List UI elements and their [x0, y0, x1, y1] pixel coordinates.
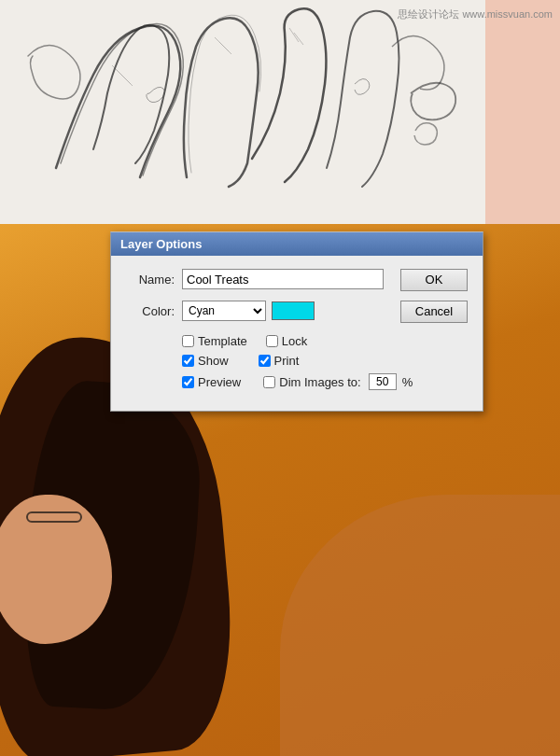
print-checkbox-item: Print	[259, 354, 300, 368]
name-label: Name:	[126, 273, 175, 287]
color-select[interactable]: Cyan None Red Orange Yellow Green Blue V…	[182, 301, 266, 321]
dialog-overlay: Layer Options Name: OK Color:	[0, 0, 560, 756]
layer-options-dialog: Layer Options Name: OK Color:	[110, 231, 483, 412]
print-checkbox[interactable]	[259, 355, 271, 367]
dim-checkbox-item: Dim Images to: %	[263, 373, 413, 390]
cancel-btn-wrap: Cancel	[391, 301, 468, 323]
dim-unit: %	[402, 375, 413, 389]
cancel-button[interactable]: Cancel	[400, 301, 468, 323]
preview-dim-row: Preview Dim Images to: %	[182, 373, 468, 390]
color-row: Color: Cyan None Red Orange Yellow Green…	[126, 301, 468, 323]
button-area: OK	[391, 269, 468, 291]
dialog-titlebar[interactable]: Layer Options	[111, 232, 483, 256]
preview-label: Preview	[198, 375, 241, 389]
template-label: Template	[198, 334, 247, 348]
lock-checkbox[interactable]	[266, 335, 278, 347]
dim-value-input[interactable]	[369, 373, 397, 390]
show-checkbox-item: Show	[182, 354, 229, 368]
lock-checkbox-item: Lock	[266, 334, 307, 348]
color-select-wrap: Cyan None Red Orange Yellow Green Blue V…	[182, 301, 315, 321]
template-checkbox[interactable]	[182, 335, 194, 347]
lock-label: Lock	[282, 334, 307, 348]
show-print-row: Show Print	[182, 354, 468, 368]
show-label: Show	[198, 354, 229, 368]
ok-button[interactable]: OK	[400, 269, 468, 291]
color-label: Color:	[126, 304, 175, 318]
show-checkbox[interactable]	[182, 355, 194, 367]
template-lock-row: Template Lock	[182, 334, 468, 348]
dim-images-checkbox[interactable]	[263, 376, 275, 388]
name-input[interactable]	[182, 269, 384, 289]
print-label: Print	[274, 354, 300, 368]
preview-checkbox[interactable]	[182, 376, 194, 388]
color-swatch	[272, 301, 315, 320]
dialog-title: Layer Options	[120, 237, 202, 251]
template-checkbox-item: Template	[182, 334, 247, 348]
preview-checkbox-item: Preview	[182, 375, 241, 389]
name-row: Name: OK	[126, 269, 468, 291]
dim-images-label: Dim Images to:	[279, 375, 360, 389]
dialog-body: Name: OK Color: Cyan None Red O	[111, 256, 483, 411]
